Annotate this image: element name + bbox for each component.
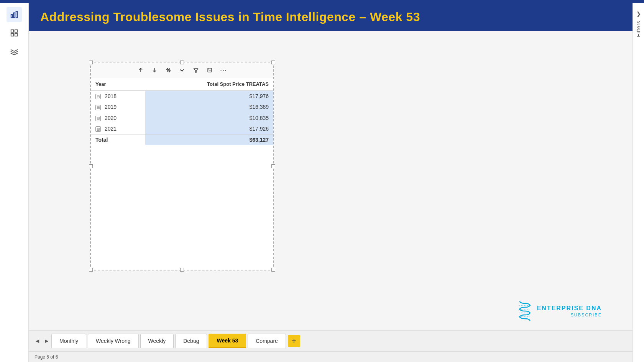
- sidebar-icon-bar-chart[interactable]: [7, 7, 22, 22]
- right-sidebar: ❯ Filters: [632, 3, 644, 362]
- total-value: $63,127: [145, 134, 273, 146]
- svg-rect-1: [13, 13, 15, 18]
- column-header-total-spot-price: Total Spot Price TREATAS: [145, 78, 273, 90]
- tab-next-button[interactable]: ▶: [42, 336, 51, 346]
- company-name: ENTERPRISE DNA: [537, 305, 602, 312]
- sort-asc-button[interactable]: [136, 66, 145, 75]
- tab-week-53[interactable]: Week 53: [209, 334, 246, 348]
- filters-toggle-button[interactable]: ❯: [636, 11, 641, 17]
- year-cell: ⊟ 2020: [91, 113, 145, 123]
- svg-rect-6: [15, 34, 17, 36]
- tab-weekly[interactable]: Weekly: [140, 334, 174, 348]
- table-visual: Year Total Spot Price TREATAS ⊟ 2018 $17…: [91, 78, 273, 270]
- expand-icon[interactable]: ⊟: [95, 126, 101, 132]
- total-label: Total: [91, 134, 145, 146]
- year-cell: ⊟ 2021: [91, 123, 145, 134]
- drill-down-button[interactable]: [177, 66, 187, 75]
- more-options-button[interactable]: ···: [219, 66, 228, 75]
- tab-prev-button[interactable]: ◀: [33, 336, 42, 346]
- value-cell: $10,835: [145, 113, 273, 123]
- page-status: Page 5 of 6: [34, 354, 58, 360]
- filter-button[interactable]: [191, 66, 200, 75]
- tab-bar: ◀ ▶ MonthlyWeekly WrongWeeklyDebugWeek 5…: [29, 330, 632, 351]
- data-table: Year Total Spot Price TREATAS ⊟ 2018 $17…: [91, 78, 273, 145]
- top-accent-bar: [0, 0, 644, 3]
- tab-debug[interactable]: Debug: [175, 334, 207, 348]
- left-sidebar: [0, 3, 29, 362]
- resize-handle-top[interactable]: [180, 61, 184, 64]
- value-cell: $17,926: [145, 123, 273, 134]
- year-cell: ⊟ 2018: [91, 90, 145, 102]
- svg-rect-0: [11, 15, 13, 18]
- svg-rect-3: [11, 30, 13, 32]
- logo-area: ENTERPRISE DNA SUBSCRIBE: [516, 300, 602, 323]
- status-bar: Page 5 of 6: [29, 351, 632, 362]
- tab-compare[interactable]: Compare: [248, 334, 286, 348]
- enterprise-dna-logo: ENTERPRISE DNA SUBSCRIBE: [516, 300, 602, 323]
- visual-toolbar: ···: [91, 62, 273, 78]
- filters-label[interactable]: Filters: [636, 21, 641, 37]
- sort-both-button[interactable]: [164, 66, 173, 75]
- sidebar-icon-layers[interactable]: [7, 44, 22, 59]
- sort-desc-button[interactable]: [150, 66, 159, 75]
- total-row: Total $63,127: [91, 134, 273, 146]
- visual-container[interactable]: ··· Year Total Spot Price TREATAS ⊟: [90, 62, 274, 270]
- value-cell: $17,976: [145, 90, 273, 102]
- resize-handle-tl[interactable]: [89, 61, 93, 64]
- tab-weekly-wrong[interactable]: Weekly Wrong: [88, 334, 139, 348]
- subscribe-label[interactable]: SUBSCRIBE: [537, 313, 602, 317]
- table-row: ⊟ 2018 $17,976: [91, 90, 273, 102]
- year-cell: ⊟ 2019: [91, 102, 145, 112]
- tab-monthly[interactable]: Monthly: [51, 334, 86, 348]
- expand-button[interactable]: [205, 66, 214, 75]
- value-cell: $16,389: [145, 102, 273, 112]
- column-header-year: Year: [91, 78, 145, 90]
- tab-add-button[interactable]: +: [288, 335, 300, 347]
- svg-rect-5: [11, 34, 13, 36]
- resize-handle-tr[interactable]: [271, 61, 275, 64]
- sidebar-icon-grid[interactable]: [7, 25, 22, 41]
- header-banner: Addressing Troublesome Issues in Time In…: [29, 3, 632, 31]
- page-content: ··· Year Total Spot Price TREATAS ⊟: [29, 31, 632, 330]
- expand-icon[interactable]: ⊟: [95, 116, 101, 121]
- svg-rect-4: [15, 30, 17, 32]
- table-row: ⊟ 2019 $16,389: [91, 102, 273, 112]
- expand-icon[interactable]: ⊟: [95, 94, 101, 99]
- expand-icon[interactable]: ⊟: [95, 105, 101, 110]
- svg-rect-2: [16, 11, 18, 18]
- table-row: ⊟ 2020 $10,835: [91, 113, 273, 123]
- page-title: Addressing Troublesome Issues in Time In…: [40, 10, 621, 24]
- table-row: ⊟ 2021 $17,926: [91, 123, 273, 134]
